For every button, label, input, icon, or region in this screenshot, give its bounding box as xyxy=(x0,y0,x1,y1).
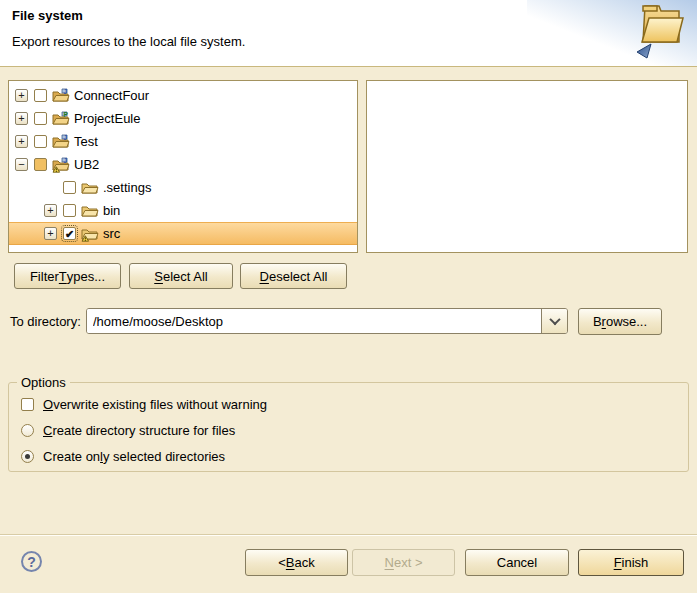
overwrite-existing-checkbox[interactable]: Overwrite existing files without warning xyxy=(21,391,688,417)
tree-checkbox[interactable] xyxy=(63,181,76,194)
help-icon: ? xyxy=(27,554,36,570)
tree-row[interactable]: +✔src xyxy=(9,222,357,245)
tree-expander-collapse-icon[interactable]: − xyxy=(15,158,28,171)
destination-combo xyxy=(86,308,568,334)
create-selected-directories-radio[interactable]: Create only selected directories xyxy=(21,443,688,469)
tree-item-label: src xyxy=(103,226,120,241)
tree-item-label: UB2 xyxy=(74,157,99,172)
tree-item-label: ConnectFour xyxy=(74,88,149,103)
destination-dropdown-button[interactable] xyxy=(541,309,567,333)
resource-tree-panel: +JConnectFour+PProjectEule+JTest−JUB2.se… xyxy=(8,80,358,253)
radio-icon[interactable] xyxy=(21,450,34,463)
tree-row[interactable]: +JConnectFour xyxy=(9,84,357,107)
folder-icon xyxy=(81,180,99,196)
svg-text:J: J xyxy=(64,157,68,164)
tree-checkbox[interactable]: ✔ xyxy=(63,227,76,240)
tree-expander-expand-icon[interactable]: + xyxy=(44,227,57,240)
tree-checkbox[interactable] xyxy=(34,89,47,102)
footer-separator xyxy=(0,534,697,536)
tree-checkbox[interactable] xyxy=(63,204,76,217)
tree-row[interactable]: +bin xyxy=(9,199,357,222)
next-button: Next > xyxy=(352,549,455,576)
tree-expander-expand-icon[interactable]: + xyxy=(15,112,28,125)
tree-item-label: ProjectEule xyxy=(74,111,140,126)
finish-button[interactable]: Finish xyxy=(578,549,684,576)
option-label: Overwrite existing files without warning xyxy=(43,397,267,412)
tree-item-label: .settings xyxy=(103,180,151,195)
chevron-down-icon xyxy=(549,314,560,325)
create-directory-structure-radio[interactable]: Create directory structure for files xyxy=(21,417,688,443)
option-label: Create directory structure for files xyxy=(43,423,235,438)
checkbox-icon[interactable] xyxy=(21,398,34,411)
tree-row[interactable]: −JUB2 xyxy=(9,153,357,176)
tree-row[interactable]: +PProjectEule xyxy=(9,107,357,130)
tree-row[interactable]: +JTest xyxy=(9,130,357,153)
svg-text:P: P xyxy=(64,111,69,118)
tree-item-label: bin xyxy=(103,203,120,218)
options-group-title: Options xyxy=(17,375,70,390)
cancel-button[interactable]: Cancel xyxy=(465,549,569,576)
wizard-header: File system Export resources to the loca… xyxy=(0,0,697,67)
radio-icon[interactable] xyxy=(21,424,34,437)
help-button[interactable]: ? xyxy=(21,551,42,572)
option-label: Create only selected directories xyxy=(43,449,225,464)
java-project-folder-icon: J xyxy=(52,88,70,104)
folder-warning-icon xyxy=(81,226,99,242)
java-project-folder-icon: J xyxy=(52,134,70,150)
options-rows: Overwrite existing files without warning… xyxy=(9,391,688,469)
tree-item-label: Test xyxy=(74,134,98,149)
file-list-panel[interactable] xyxy=(366,80,688,253)
select-all-button[interactable]: Select All xyxy=(129,263,233,289)
tree-checkbox[interactable] xyxy=(34,135,47,148)
export-wizard-dialog: File system Export resources to the loca… xyxy=(0,0,697,593)
deselect-all-button[interactable]: Deselect All xyxy=(240,263,347,289)
tree-expander-expand-icon[interactable]: + xyxy=(15,135,28,148)
tree-checkbox[interactable] xyxy=(34,112,47,125)
folder-icon xyxy=(81,203,99,219)
tree-expander-expand-icon[interactable]: + xyxy=(44,204,57,217)
to-directory-label: To directory: xyxy=(10,314,81,329)
tree-row[interactable]: .settings xyxy=(9,176,357,199)
svg-text:J: J xyxy=(64,88,68,95)
filter-types-button[interactable]: Filter Types... xyxy=(14,263,121,289)
java-project-folder-icon: P xyxy=(52,111,70,127)
svg-text:J: J xyxy=(64,134,68,141)
back-button[interactable]: < Back xyxy=(245,549,348,576)
page-description: Export resources to the local file syste… xyxy=(12,34,245,49)
tree-checkbox[interactable] xyxy=(34,158,47,171)
page-title: File system xyxy=(12,8,83,23)
tree-rows: +JConnectFour+PProjectEule+JTest−JUB2.se… xyxy=(9,84,357,245)
java-project-folder-icon: J xyxy=(52,157,70,173)
tree-expander-expand-icon[interactable]: + xyxy=(15,89,28,102)
tree-indent xyxy=(44,181,57,194)
options-group: Options Overwrite existing files without… xyxy=(8,382,689,472)
export-folder-icon xyxy=(631,2,687,64)
destination-input[interactable] xyxy=(87,309,541,333)
browse-button[interactable]: Browse... xyxy=(578,308,662,335)
